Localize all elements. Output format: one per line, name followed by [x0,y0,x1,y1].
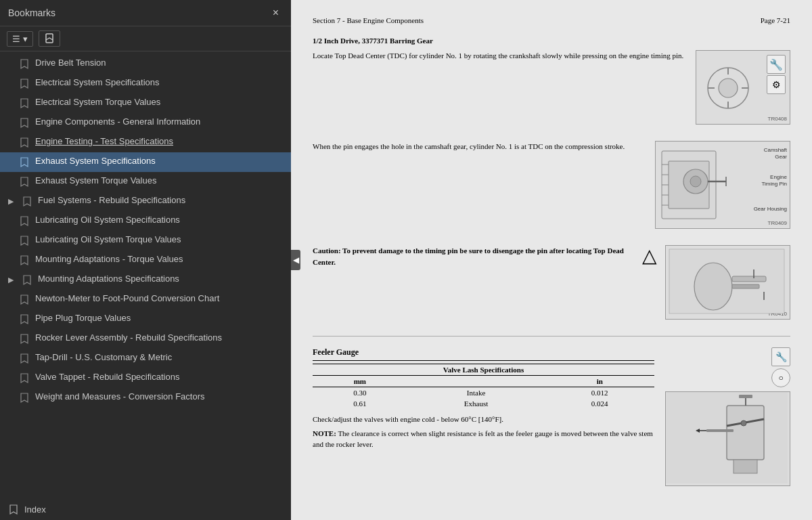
note2-bold: NOTE: [313,429,336,437]
block1: 1/2 Inch Drive, 3377371 Barring Gear Loc… [313,37,790,125]
close-button[interactable]: × [269,5,283,20]
block2-image-label: TR0409 [768,220,787,226]
bookmark-icon [19,255,30,267]
col-in-val: 0.012 [545,387,654,399]
block4-svg [666,392,788,483]
bookmark-label: Mounting Adaptations - Torque Values [35,254,286,265]
bookmark-icon [19,372,30,385]
bookmark-icon [19,235,30,247]
page-label: Page 7-21 [761,16,790,24]
svg-rect-31 [706,429,734,432]
bookmark-icon [19,215,30,228]
col-mm-val: 0.61 [313,398,407,409]
bookmark-label: Rocker Lever Assembly - Rebuild Specific… [35,332,286,344]
bookmark-item-drive-belt-tension[interactable]: Drive Belt Tension [0,54,291,74]
bookmark-item-lubricating-oil-specs[interactable]: Lubricating Oil System Specifications [0,211,291,231]
table-row: 0.30 Intake 0.012 [313,387,654,399]
bookmark-item-newton-meter-conversion[interactable]: Newton-Meter to Foot-Pound Conversion Ch… [0,290,291,309]
expand-arrow[interactable]: ▶ [8,275,19,284]
block1-image: TR0408 🔧 ⚙ [696,50,790,125]
bookmark-item-valve-tappet-rebuild[interactable]: Valve Tappet - Rebuild Specifications [0,368,291,388]
bookmark-label: Exhaust System Torque Values [35,175,286,187]
bookmark-icon [19,313,30,326]
bookmark-icon [19,156,30,169]
expand-arrow[interactable]: ▶ [8,196,19,206]
bookmark-item-rocker-lever-rebuild[interactable]: Rocker Lever Assembly - Rebuild Specific… [0,329,291,349]
doc-header: Section 7 - Base Engine Components Page … [313,16,790,24]
sidebar-collapse-button[interactable]: ◀ [291,250,300,270]
bookmark-icon [19,98,30,110]
block2-text: When the pin engages the hole in the cam… [313,141,644,152]
block1-image-label: TR0408 [768,116,787,122]
bookmark-item-lubricating-oil-torque[interactable]: Lubricating Oil System Torque Values [0,231,291,251]
block1-text: Locate Top Dead Center (TDC) for cylinde… [313,50,685,62]
block1-subtitle: 1/2 Inch Drive, 3377371 Barring Gear [313,37,790,45]
valve-table-title: Valve Lash Specifications [313,364,654,376]
bookmark-list: Drive Belt Tension Electrical System Spe… [0,51,291,499]
bookmark-item-exhaust-system-torque[interactable]: Exhaust System Torque Values [0,172,291,192]
bookmark-item-mounting-adaptations-torque[interactable]: Mounting Adaptations - Torque Values [0,251,291,270]
view-button[interactable]: ☰ ▾ [7,31,33,47]
bookmark-item-weight-measures-conversion[interactable]: Weight and Measures - Conversion Factors [0,388,291,408]
block4-image: TR0411 TDC [665,391,790,486]
svg-point-19 [694,263,732,310]
table-row: 0.61 Exhaust 0.024 [313,398,654,409]
svg-point-30 [741,420,746,426]
svg-rect-21 [732,284,759,288]
sidebar-title: Bookmarks [8,7,55,18]
bookmark-icon [19,117,30,129]
bookmark-icon [19,78,30,90]
caution-text: Caution: To prevent damage to the timing… [313,245,634,267]
bookmark-item-electrical-system-torque[interactable]: Electrical System Torque Values [0,93,291,113]
bookmark-item-exhaust-system-specs[interactable]: Exhaust System Specifications [0,152,291,172]
bookmark-icon [19,333,30,345]
bookmark-icon [19,137,30,149]
svg-rect-20 [732,276,766,282]
block2: When the pin engages the hole in the cam… [313,141,790,229]
col-label-val: Exhaust [407,398,545,409]
bookmark-label: Lubricating Oil System Specifications [35,215,286,226]
col-label-val: Intake [407,387,545,399]
main-content: Section 7 - Base Engine Components Page … [291,0,812,520]
svg-point-15 [690,176,701,187]
svg-point-2 [719,79,738,98]
valve-table: Valve Lash Specifications mm in 0.30 Int… [313,364,654,409]
bookmark-item-pipe-plug-torque[interactable]: Pipe Plug Torque Values [0,309,291,329]
bookmark-label: Electrical System Torque Values [35,97,286,108]
bookmark-icon [19,58,30,70]
bookmark-label: Exhaust System Specifications [35,156,286,167]
bookmark-label: Pipe Plug Torque Values [35,313,286,324]
bookmark-label: Fuel Systems - Rebuild Specifications [38,195,286,207]
bookmark-label: Engine Components - General Information [35,116,286,128]
bookmark-item-electrical-system-specs[interactable]: Electrical System Specifications [0,74,291,93]
bookmark-item-fuel-systems-rebuild[interactable]: ▶ Fuel Systems - Rebuild Specifications [0,192,291,211]
index-bookmark-icon [8,504,19,516]
bookmark-button[interactable] [39,30,60,47]
bookmark-icon [22,274,32,286]
col-blank [407,376,545,387]
bookmark-icon [44,33,55,44]
block2-svg [658,144,746,225]
sidebar: Bookmarks × ☰ ▾ Drive Belt Tension Elect… [0,0,291,520]
bookmark-icon [22,196,32,208]
bookmark-item-tap-drill[interactable]: Tap-Drill - U.S. Customary & Metric [0,349,291,368]
bookmark-label: Electrical System Specifications [35,77,286,89]
bookmark-label: Tap-Drill - U.S. Customary & Metric [35,352,286,364]
bookmark-item-engine-testing-specs[interactable]: Engine Testing - Test Specifications [0,133,291,152]
bookmark-item-engine-components-general[interactable]: Engine Components - General Information [0,113,291,133]
bookmark-icon [19,353,30,365]
svg-rect-26 [734,460,757,473]
block1-body: Locate Top Dead Center (TDC) for cylinde… [313,50,790,125]
divider [313,336,790,337]
col-mm: mm [313,376,407,387]
sidebar-toolbar: ☰ ▾ [0,26,291,51]
block3-svg [666,246,788,317]
index-item[interactable]: Index [0,499,291,520]
bookmark-item-mounting-adaptations-specs[interactable]: ▶ Mounting Adaptations Specifications [0,270,291,290]
block2-body: When the pin engages the hole in the cam… [313,141,790,229]
feeler-title: Feeler Gauge [313,347,654,358]
col-in: in [545,376,654,387]
note1-text: Check/adjust the valves with engine cold… [313,414,654,425]
svg-rect-28 [739,395,752,398]
bookmark-label: Drive Belt Tension [35,58,286,69]
